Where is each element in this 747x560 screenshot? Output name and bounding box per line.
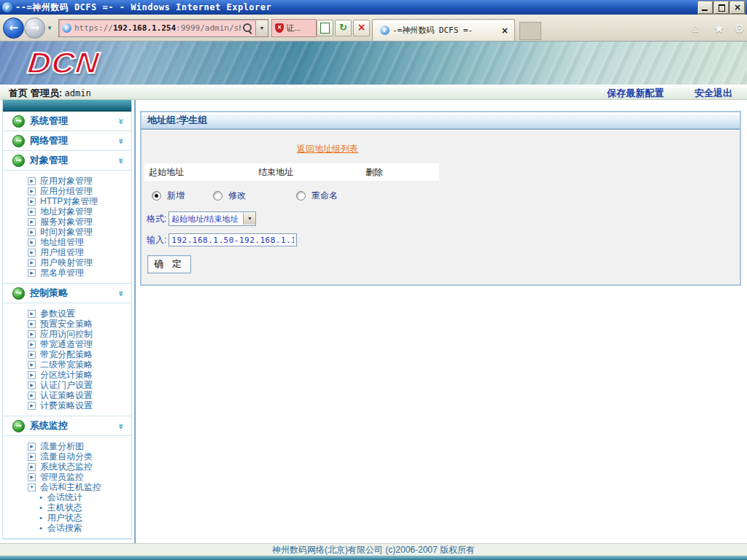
dropdown-arrow-icon[interactable]: ▼ (243, 213, 255, 225)
format-select[interactable]: 起始地址/结束地址 ▼ (169, 211, 256, 226)
url-text[interactable]: https://192.168.1.254:9999/admin/show/ (74, 23, 241, 33)
item-marker-icon: ▶ (28, 208, 36, 216)
radio-option-2[interactable]: 修改 (213, 190, 246, 202)
item-marker-icon: ▶ (28, 187, 36, 195)
tab-close-icon[interactable]: × (500, 26, 510, 36)
chevron-double-down-icon: » (115, 158, 126, 163)
refresh-button[interactable]: ↻ (335, 20, 352, 36)
minimize-button[interactable] (698, 1, 713, 14)
chevron-double-down-icon: » (115, 118, 126, 124)
radio-row: 新增修改重命名 (142, 190, 740, 203)
shield-error-icon: × (275, 23, 284, 33)
logout-link[interactable]: 安全退出 (694, 87, 732, 100)
radio-option-3[interactable]: 重命名 (296, 190, 338, 202)
panel-body: 返回地址组列表 起始地址结束地址删除 新增修改重命名 格式: 起始地址/结束地址… (142, 130, 740, 283)
search-icon[interactable] (243, 23, 252, 32)
item-marker-icon: ▶ (28, 443, 36, 451)
sidebar-header-bar (3, 100, 131, 112)
item-marker-icon: ▶ (28, 330, 36, 338)
restore-button[interactable] (714, 1, 729, 14)
sidebar-section-label: 控制策略 (30, 287, 118, 300)
sidebar-item[interactable]: ▶黑名单管理 (3, 268, 131, 278)
input-label: 输入: (147, 234, 166, 246)
sidebar-item-label: 计费策略设置 (40, 400, 93, 412)
page-button[interactable] (317, 20, 333, 36)
sidebar-sections: →系统管理»→网络管理»→对象管理»▶应用对象管理▶应用分组管理▶HTTP对象管… (3, 112, 131, 539)
item-marker-icon: ▶ (28, 249, 36, 257)
admin-label: 管理员: (31, 88, 62, 98)
item-marker-icon: ▶ (28, 218, 36, 226)
sidebar-section[interactable]: →控制策略» (3, 284, 131, 303)
new-tab-button[interactable] (519, 22, 541, 40)
item-marker-icon: ▶ (28, 310, 36, 318)
browser-window: e --=神州数码 DCFS =- - Windows Internet Exp… (0, 0, 747, 560)
ok-button[interactable]: 确 定 (147, 255, 191, 273)
browser-tab[interactable]: e -=神州数码 DCFS =- × (372, 19, 515, 41)
item-marker-icon: ▶ (28, 238, 36, 246)
page-banner: DCN (0, 42, 747, 85)
input-row: 输入: (147, 233, 297, 246)
bullet-icon: • (39, 503, 42, 512)
radio-label: 新增 (167, 190, 185, 202)
sidebar-section[interactable]: →系统监控» (3, 416, 131, 436)
item-marker-icon: ▶ (28, 381, 36, 389)
chevron-double-down-icon: » (115, 138, 126, 144)
column-header: 起始地址 (149, 166, 258, 179)
sidebar-item-label: 黑名单管理 (40, 267, 84, 279)
radio-label: 修改 (228, 190, 246, 202)
green-arrow-icon: → (12, 115, 25, 128)
page-icon (320, 23, 330, 34)
sidebar-section-label: 网络管理 (30, 134, 118, 147)
home-icon[interactable]: ⌂ (692, 21, 699, 36)
copyright-footer: 神州数码网络(北京)有限公司 (c)2006-2007 版权所有 (0, 543, 747, 556)
admin-info: 首页 管理员: admin (9, 87, 91, 100)
tab-favicon-icon: e (380, 26, 390, 35)
item-expanded-icon: ▼ (28, 483, 36, 491)
format-row: 格式: 起始地址/结束地址 ▼ (147, 211, 256, 226)
sidebar-menu: →系统管理»→网络管理»→对象管理»▶应用对象管理▶应用分组管理▶HTTP对象管… (0, 100, 136, 543)
chevron-double-down-icon: » (115, 290, 126, 296)
page-body: →系统管理»→网络管理»→对象管理»▶应用对象管理▶应用分组管理▶HTTP对象管… (0, 100, 747, 543)
format-selected-value: 起始地址/结束地址 (169, 214, 243, 225)
panel-title: 地址组:学生组 (142, 112, 740, 130)
forward-button[interactable]: → (24, 18, 45, 39)
item-marker-icon: ▶ (28, 402, 36, 410)
sidebar-section-label: 对象管理 (30, 154, 118, 167)
sidebar-item[interactable]: ▶计费策略设置 (3, 400, 131, 411)
history-dropdown-icon[interactable]: ▼ (47, 25, 53, 31)
save-config-link[interactable]: 保存最新配置 (607, 87, 664, 100)
green-arrow-icon: → (12, 420, 25, 432)
sidebar-section-label: 系统管理 (30, 114, 118, 128)
tools-gear-icon[interactable]: ⚙ (734, 21, 745, 36)
top-nav-strip: 首页 管理员: admin 保存最新配置 安全退出 (0, 85, 747, 100)
item-marker-icon: ▶ (28, 177, 36, 185)
address-input[interactable] (169, 233, 297, 246)
sidebar-section[interactable]: →网络管理» (3, 131, 131, 151)
dcn-logo: DCN (26, 46, 101, 79)
sidebar-subitem-label: 会话搜索 (47, 522, 82, 534)
address-table-header: 起始地址结束地址删除 (144, 163, 439, 181)
certificate-error-button[interactable]: × 证... (271, 19, 317, 37)
stop-button[interactable]: × (353, 20, 370, 36)
sidebar-section[interactable]: →对象管理» (3, 151, 131, 171)
address-bar[interactable]: e https://192.168.1.254:9999/admin/show/… (58, 19, 268, 37)
sidebar-section[interactable]: →系统管理» (3, 112, 131, 131)
address-dropdown-button[interactable]: ▼ (255, 20, 268, 36)
back-button[interactable]: ← (3, 18, 24, 39)
radio-icon (296, 191, 306, 201)
close-button[interactable]: × (730, 1, 745, 14)
window-titlebar: e --=神州数码 DCFS =- - Windows Internet Exp… (0, 0, 747, 15)
radio-option-1[interactable]: 新增 (152, 190, 185, 202)
item-marker-icon: ▶ (28, 473, 36, 481)
item-marker-icon: ▶ (28, 351, 36, 359)
item-marker-icon: ▶ (28, 259, 36, 267)
sidebar-subitem[interactable]: •会话搜索 (3, 523, 131, 533)
tab-title: -=神州数码 DCFS =- (392, 25, 500, 36)
column-header: 结束地址 (258, 166, 365, 179)
home-breadcrumb[interactable]: 首页 (9, 88, 28, 98)
item-marker-icon: ▶ (28, 463, 36, 471)
radio-icon (213, 191, 222, 201)
return-to-list-link[interactable]: 返回地址组列表 (142, 143, 514, 155)
favorites-star-icon[interactable]: ★ (713, 21, 724, 36)
window-title: --=神州数码 DCFS =- - Windows Internet Explo… (15, 1, 698, 14)
